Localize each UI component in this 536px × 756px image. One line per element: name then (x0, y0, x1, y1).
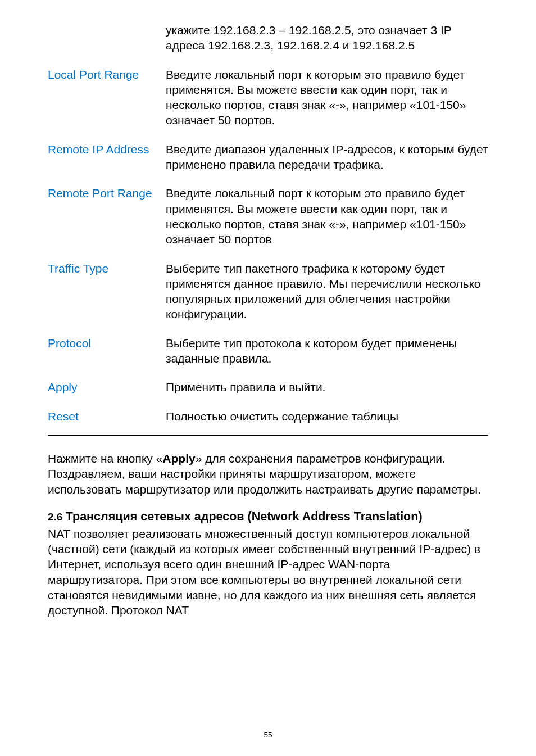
definition-local-port-range: Введите локальный порт к которым это пра… (166, 68, 466, 127)
definition-traffic-type: Выберите тип пакетного трафика к котором… (166, 262, 481, 321)
page-number: 55 (0, 731, 536, 739)
paragraph-prefix: Нажмите на кнопку « (48, 452, 162, 465)
definition-reset: Полностью очистить содержание таблицы (166, 410, 398, 423)
definition-remote-ip-address: Введите диапазон удаленных IP-адресов, к… (166, 143, 488, 171)
definition-table: укажите 192.168.2.3 – 192.168.2.5, это о… (48, 22, 488, 424)
section-title: Трансляция сетевых адресов (Network Addr… (66, 510, 423, 523)
term-protocol: Protocol (48, 337, 91, 350)
definition-text: укажите 192.168.2.3 – 192.168.2.5, это о… (166, 24, 451, 52)
term-traffic-type: Traffic Type (48, 262, 108, 275)
term-apply: Apply (48, 381, 78, 393)
definition-protocol: Выберите тип протокола к котором будет п… (166, 337, 457, 365)
term-remote-port-range: Remote Port Range (48, 187, 152, 200)
section-number: 2.6 (48, 511, 66, 523)
term-reset: Reset (48, 410, 79, 423)
definition-row-continuation: укажите 192.168.2.3 – 192.168.2.5, это о… (48, 22, 488, 53)
section-heading: 2.6 Трансляция сетевых адресов (Network … (48, 509, 488, 525)
apply-instruction-paragraph: Нажмите на кнопку «Apply» для сохранения… (48, 451, 488, 497)
definition-row-apply: Apply Применить правила и выйти. (48, 379, 488, 395)
definition-row-remote-ip-address: Remote IP Address Введите диапазон удале… (48, 142, 488, 173)
definition-row-traffic-type: Traffic Type Выберите тип пакетного траф… (48, 261, 488, 322)
paragraph-bold: Apply (162, 452, 195, 465)
definition-row-remote-port-range: Remote Port Range Введите локальный порт… (48, 185, 488, 247)
definition-row-reset: Reset Полностью очистить содержание табл… (48, 409, 488, 424)
term-remote-ip-address: Remote IP Address (48, 143, 149, 156)
definition-remote-port-range: Введите локальный порт к которым это пра… (166, 187, 466, 246)
definition-row-protocol: Protocol Выберите тип протокола к которо… (48, 336, 488, 366)
definition-apply: Применить правила и выйти. (166, 381, 325, 393)
definition-row-local-port-range: Local Port Range Введите локальный порт … (48, 67, 488, 128)
section-body: NAT позволяет реализовать множественный … (48, 526, 488, 618)
section-divider (48, 435, 488, 436)
term-local-port-range: Local Port Range (48, 68, 139, 81)
